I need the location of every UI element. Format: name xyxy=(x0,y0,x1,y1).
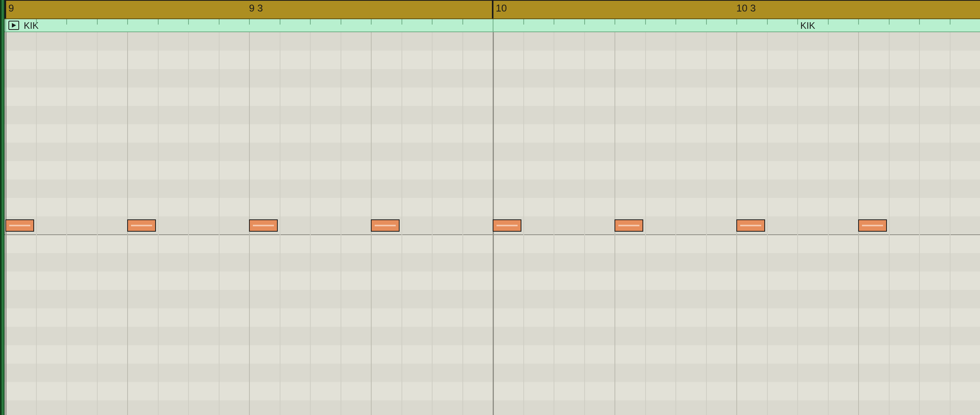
clip-grid-tick xyxy=(36,19,37,25)
grid-line-sixteenth xyxy=(36,32,37,415)
clip-grid-tick xyxy=(462,19,463,25)
clip-grid-tick xyxy=(828,19,829,25)
grid-line-sixteenth xyxy=(584,32,585,415)
grid-line-sixteenth xyxy=(402,32,402,415)
clip-start-marker[interactable] xyxy=(0,0,5,415)
grid-line-sixteenth xyxy=(158,32,159,415)
note-row[interactable] xyxy=(0,106,980,124)
midi-note[interactable] xyxy=(5,219,34,232)
svg-marker-0 xyxy=(12,23,16,28)
grid-line-sixteenth xyxy=(310,32,311,415)
note-row[interactable] xyxy=(0,272,980,290)
grid-line-sixteenth xyxy=(280,32,280,415)
clip-grid-tick xyxy=(280,19,280,25)
ruler-position-label: 9 3 xyxy=(249,2,263,14)
grid-line-sixteenth xyxy=(97,32,98,415)
note-row[interactable] xyxy=(0,180,980,198)
ruler-position-label: 10 xyxy=(496,2,507,14)
note-row[interactable] xyxy=(0,308,980,327)
clip-grid-tick xyxy=(97,19,98,25)
note-row[interactable] xyxy=(0,382,980,400)
note-row[interactable] xyxy=(0,400,980,415)
clip-grid-tick xyxy=(706,19,707,25)
clip-header-bar[interactable]: KIK KIK xyxy=(0,19,980,32)
grid-line-sixteenth xyxy=(66,32,67,415)
clip-bar-line xyxy=(5,19,6,31)
grid-line-sixteenth xyxy=(797,32,798,415)
grid-line-sixteenth xyxy=(554,32,554,415)
grid-line-sixteenth xyxy=(219,32,220,415)
ruler-position-label: 9 xyxy=(8,2,14,14)
ruler-bar-tick xyxy=(5,1,6,18)
grid-line-sixteenth xyxy=(188,32,189,415)
clip-grid-tick xyxy=(341,19,341,25)
clip-play-button[interactable] xyxy=(8,21,19,30)
clip-grid-tick xyxy=(736,19,737,25)
note-row[interactable] xyxy=(0,143,980,161)
note-grid[interactable] xyxy=(0,32,980,415)
clip-grid-tick xyxy=(675,19,676,25)
note-row[interactable] xyxy=(0,345,980,364)
piano-roll-editor: 99 31010 3 KIK KIK xyxy=(0,0,980,415)
clip-grid-tick xyxy=(127,19,128,25)
note-row[interactable] xyxy=(0,235,980,253)
clip-bar-line xyxy=(493,19,493,31)
grid-line-sixteenth xyxy=(919,32,920,415)
clip-grid-tick xyxy=(919,19,920,25)
clip-grid-tick xyxy=(188,19,189,25)
grid-line-sixteenth xyxy=(828,32,829,415)
grid-line-sixteenth xyxy=(462,32,463,415)
clip-grid-tick xyxy=(645,19,646,25)
grid-line-sixteenth xyxy=(767,32,768,415)
note-row[interactable] xyxy=(0,198,980,216)
grid-line-sixteenth xyxy=(432,32,433,415)
clip-grid-tick xyxy=(523,19,524,25)
clip-grid-tick xyxy=(371,19,372,25)
ruler-position-label: 10 3 xyxy=(736,2,756,14)
clip-grid-tick xyxy=(66,19,67,25)
midi-note[interactable] xyxy=(736,219,765,232)
clip-grid-tick xyxy=(889,19,890,25)
clip-grid-tick xyxy=(219,19,220,25)
note-row[interactable] xyxy=(0,124,980,143)
note-row[interactable] xyxy=(0,364,980,382)
grid-line-sixteenth xyxy=(675,32,676,415)
clip-grid-tick xyxy=(249,19,250,25)
clip-grid-tick xyxy=(432,19,433,25)
clip-grid-tick xyxy=(950,19,951,25)
midi-note[interactable] xyxy=(249,219,278,232)
grid-line-sixteenth xyxy=(645,32,646,415)
clip-grid-tick xyxy=(158,19,159,25)
clip-grid-tick xyxy=(767,19,768,25)
clip-loop-name-label: KIK xyxy=(800,20,815,31)
midi-note[interactable] xyxy=(127,219,156,232)
clip-grid-tick xyxy=(797,19,798,25)
grid-line-sixteenth xyxy=(950,32,951,415)
clip-grid-tick xyxy=(554,19,554,25)
note-row[interactable] xyxy=(0,327,980,345)
note-row[interactable] xyxy=(0,69,980,87)
note-row[interactable] xyxy=(0,51,980,69)
note-row[interactable] xyxy=(0,290,980,308)
grid-line-sixteenth xyxy=(523,32,524,415)
clip-grid-tick xyxy=(615,19,615,25)
clip-grid-tick xyxy=(402,19,402,25)
midi-note[interactable] xyxy=(858,219,887,232)
clip-grid-tick xyxy=(584,19,585,25)
timeline-ruler[interactable]: 99 31010 3 xyxy=(0,0,980,19)
ruler-bar-tick xyxy=(492,1,493,18)
note-row[interactable] xyxy=(0,32,980,51)
grid-line-sixteenth xyxy=(341,32,341,415)
play-icon xyxy=(11,23,16,28)
row-separator xyxy=(0,234,980,235)
note-row[interactable] xyxy=(0,87,980,106)
midi-note[interactable] xyxy=(615,219,643,232)
grid-line-sixteenth xyxy=(706,32,707,415)
grid-line-sixteenth xyxy=(889,32,890,415)
clip-grid-tick xyxy=(858,19,859,25)
clip-grid-tick xyxy=(310,19,311,25)
note-row[interactable] xyxy=(0,253,980,272)
midi-note[interactable] xyxy=(493,219,521,232)
note-row[interactable] xyxy=(0,161,980,180)
midi-note[interactable] xyxy=(371,219,400,232)
